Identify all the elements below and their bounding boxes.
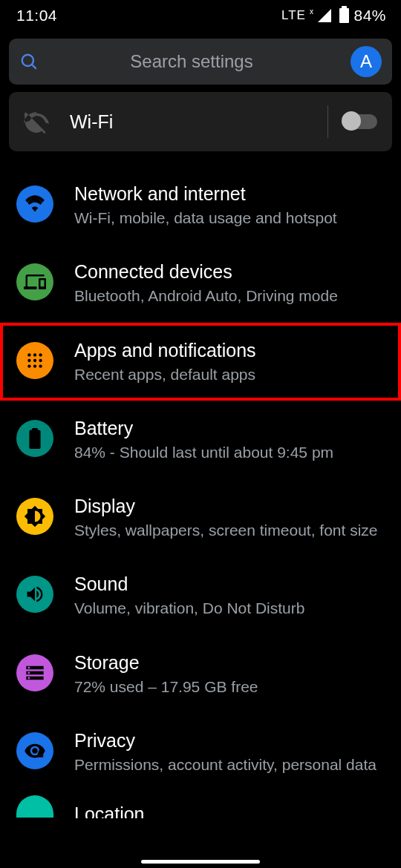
setting-item-location-cutoff[interactable]: Location — [0, 791, 401, 818]
setting-subtitle: Wi-Fi, mobile, data usage and hotspot — [74, 208, 379, 228]
setting-title: Apps and notifications — [74, 339, 379, 361]
location-icon — [16, 795, 53, 818]
apps-icon — [16, 342, 53, 379]
status-time: 11:04 — [16, 7, 57, 24]
svg-point-5 — [27, 358, 30, 361]
setting-title: Battery — [74, 417, 379, 439]
svg-line-1 — [32, 65, 36, 68]
setting-title: Display — [74, 495, 379, 517]
setting-title: Sound — [74, 573, 379, 595]
account-avatar[interactable]: A — [351, 46, 382, 77]
setting-title: Network and internet — [74, 183, 379, 205]
setting-title: Privacy — [74, 729, 379, 752]
setting-title-cutoff: Location — [74, 803, 145, 818]
setting-title: Connected devices — [74, 260, 379, 283]
avatar-letter: A — [360, 51, 372, 72]
wifi-quick-tile[interactable]: Wi-Fi — [9, 92, 392, 151]
svg-point-4 — [39, 353, 42, 356]
status-bar: 11:04 LTE x 84% — [0, 0, 401, 31]
search-settings-bar[interactable]: Search settings A — [9, 39, 392, 85]
setting-title: Storage — [74, 651, 379, 674]
setting-item-privacy[interactable]: Privacy Permissions, account activity, p… — [0, 713, 401, 791]
setting-subtitle: 84% - Should last until about 9:45 pm — [74, 442, 379, 462]
setting-subtitle: 72% used – 17.95 GB free — [74, 677, 379, 697]
storage-icon — [16, 654, 53, 691]
search-icon — [19, 52, 39, 71]
battery-icon — [339, 8, 349, 23]
svg-point-3 — [33, 353, 36, 356]
setting-item-apps[interactable]: Apps and notifications Recent apps, defa… — [0, 323, 401, 401]
svg-point-6 — [33, 358, 36, 361]
setting-subtitle: Styles, wallpapers, screen timeout, font… — [74, 520, 379, 540]
network-type: LTE — [281, 8, 306, 23]
battery-percentage: 84% — [353, 7, 386, 24]
svg-point-2 — [27, 353, 30, 356]
svg-point-10 — [39, 364, 42, 367]
wifi-toggle[interactable] — [343, 114, 377, 129]
setting-item-network[interactable]: Network and internet Wi-Fi, mobile, data… — [0, 166, 401, 244]
wifi-tile-divider — [327, 105, 328, 138]
privacy-icon — [16, 732, 53, 769]
battery-icon — [16, 420, 53, 457]
svg-point-8 — [27, 364, 30, 367]
setting-item-sound[interactable]: Sound Volume, vibration, Do Not Disturb — [0, 556, 401, 634]
setting-subtitle: Bluetooth, Android Auto, Driving mode — [74, 286, 379, 306]
brightness-icon — [16, 498, 53, 535]
wifi-icon — [16, 185, 53, 223]
svg-point-9 — [33, 364, 36, 367]
svg-point-7 — [39, 358, 42, 361]
setting-item-battery[interactable]: Battery 84% - Should last until about 9:… — [0, 401, 401, 479]
devices-icon — [16, 263, 53, 300]
volume-icon — [16, 576, 53, 613]
svg-point-0 — [22, 55, 33, 66]
svg-rect-11 — [29, 430, 40, 448]
network-sup-icon: x — [310, 7, 314, 16]
settings-list: Network and internet Wi-Fi, mobile, data… — [0, 166, 401, 818]
navigation-handle[interactable] — [141, 860, 260, 864]
setting-subtitle: Recent apps, default apps — [74, 364, 379, 384]
setting-subtitle: Volume, vibration, Do Not Disturb — [74, 598, 379, 618]
setting-item-storage[interactable]: Storage 72% used – 17.95 GB free — [0, 635, 401, 713]
signal-icon — [318, 9, 331, 22]
wifi-off-icon — [24, 109, 49, 134]
svg-rect-12 — [32, 428, 38, 431]
setting-subtitle: Permissions, account activity, personal … — [74, 754, 379, 775]
status-right: LTE x 84% — [281, 7, 386, 24]
setting-item-display[interactable]: Display Styles, wallpapers, screen timeo… — [0, 479, 401, 556]
search-placeholder: Search settings — [48, 51, 351, 72]
wifi-tile-label: Wi-Fi — [70, 111, 327, 133]
setting-item-connected[interactable]: Connected devices Bluetooth, Android Aut… — [0, 244, 401, 322]
